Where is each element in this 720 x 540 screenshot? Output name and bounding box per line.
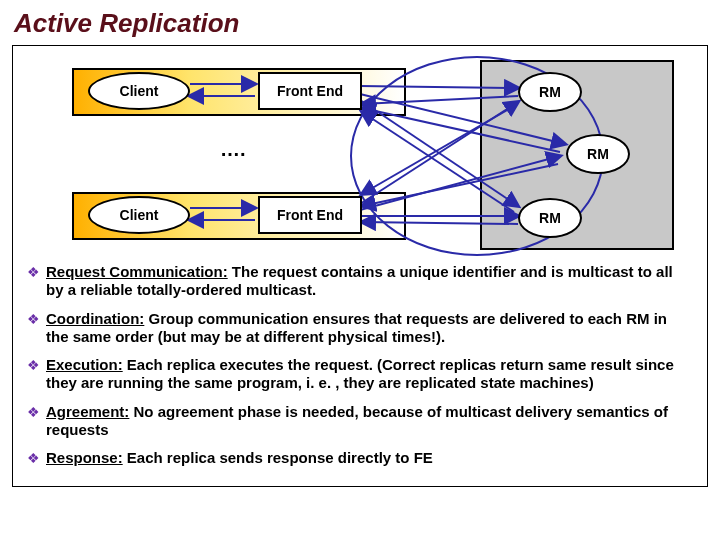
slide-title: Active Replication [14, 8, 708, 39]
bullet-list: ❖ Request Communication: The request con… [27, 263, 693, 468]
front-end-bottom: Front End [258, 196, 362, 234]
front-end-top: Front End [258, 72, 362, 110]
rm-top-label: RM [539, 84, 561, 100]
diamond-icon: ❖ [27, 450, 40, 468]
bullet-execution: ❖ Execution: Each replica executes the r… [27, 356, 693, 393]
client-top: Client [88, 72, 190, 110]
client-bottom: Client [88, 196, 190, 234]
front-end-top-label: Front End [277, 83, 343, 99]
diamond-icon: ❖ [27, 357, 40, 394]
client-top-label: Client [120, 83, 159, 99]
bullet-lead: Response: [46, 449, 123, 466]
rm-bottom-label: RM [539, 210, 561, 226]
diamond-icon: ❖ [27, 404, 40, 441]
bullet-lead: Coordination: [46, 310, 144, 327]
bullet-body: Each replica executes the request. (Corr… [46, 356, 674, 391]
bullet-body: Each replica sends response directly to … [123, 449, 433, 466]
replication-diagram: Client Client Front End Front End …. RM … [40, 56, 680, 256]
rm-top: RM [518, 72, 582, 112]
bullet-request: ❖ Request Communication: The request con… [27, 263, 693, 300]
content-frame: Client Client Front End Front End …. RM … [12, 45, 708, 487]
diamond-icon: ❖ [27, 311, 40, 348]
bullet-agreement: ❖ Agreement: No agreement phase is neede… [27, 403, 693, 440]
rm-mid-label: RM [587, 146, 609, 162]
front-end-bottom-label: Front End [277, 207, 343, 223]
bullet-lead: Agreement: [46, 403, 129, 420]
bullet-coordination: ❖ Coordination: Group communication ensu… [27, 310, 693, 347]
rm-mid: RM [566, 134, 630, 174]
client-bottom-label: Client [120, 207, 159, 223]
rm-bottom: RM [518, 198, 582, 238]
bullet-lead: Execution: [46, 356, 123, 373]
bullet-body: No agreement phase is needed, because of… [46, 403, 668, 438]
bullet-response: ❖ Response: Each replica sends response … [27, 449, 693, 467]
bullet-lead: Request Communication: [46, 263, 228, 280]
lanes-ellipsis: …. [220, 138, 246, 161]
diamond-icon: ❖ [27, 264, 40, 301]
